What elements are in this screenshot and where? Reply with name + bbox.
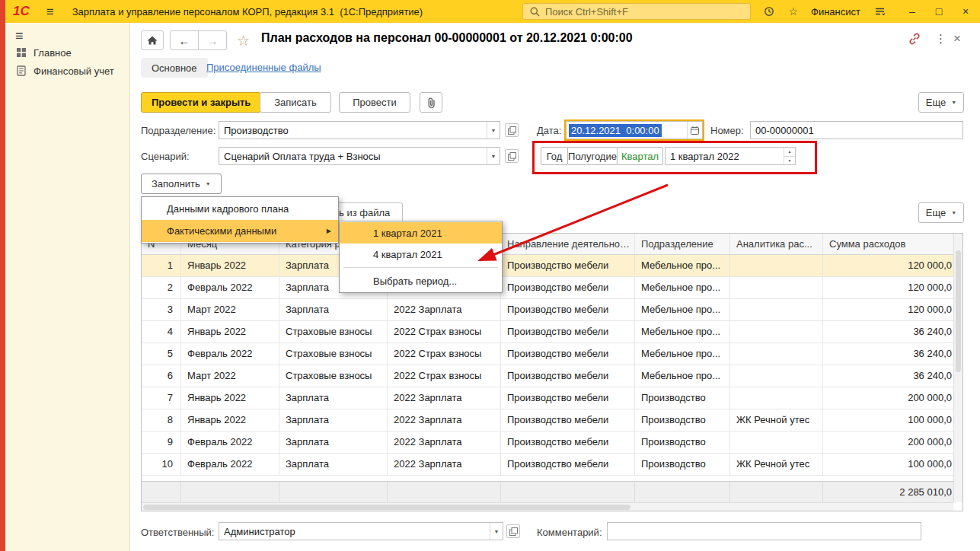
amount-cell[interactable]: 120 000,0 [823,277,955,298]
row-number-cell[interactable]: 5 [142,343,181,365]
fill-button[interactable]: Заполнить▼ [141,174,222,194]
department-cell[interactable]: Мебельное про... [635,299,730,320]
analytics-cell[interactable] [730,387,823,409]
number-input[interactable]: 00-00000001 [750,121,963,139]
category-cell[interactable]: Зарплата [279,299,388,320]
get-link-icon[interactable] [908,32,921,48]
row-number-cell[interactable]: 10 [142,454,181,475]
table-row[interactable]: 1 Январь 2022 Зарплата Производство мебе… [142,255,955,277]
menu-item-actual-data[interactable]: Фактическими данными ▶ [142,220,338,242]
department-cell[interactable]: Производство [635,409,730,431]
horizontal-scrollbar-thumb[interactable] [143,505,630,510]
analytics-cell[interactable] [730,432,823,453]
post-button[interactable]: Провести [339,92,410,113]
analytics-cell[interactable] [730,321,823,342]
period-value-input[interactable]: 1 квартал 2022 ▲ ▼ [665,147,796,165]
row-number-cell[interactable]: 7 [142,387,181,409]
service-menu-icon[interactable] [873,5,886,18]
row-number-cell[interactable]: 6 [142,365,181,387]
spin-down-icon[interactable]: ▼ [784,157,795,165]
activity-direction-cell[interactable]: Производство мебели [501,387,635,409]
expense-item-cell[interactable]: 2022 Зарплата [388,454,501,475]
table-row[interactable]: 5 Февраль 2022 Страховые взносы 2022 Стр… [142,343,955,365]
category-cell[interactable]: Зарплата [279,387,388,409]
department-cell[interactable]: Мебельное про... [635,321,730,342]
row-number-cell[interactable]: 4 [142,321,181,342]
sections-panel-menu-icon[interactable]: ≡ [15,29,24,43]
row-number-cell[interactable]: 9 [142,432,181,453]
amount-cell[interactable]: 100 000,0 [823,409,955,431]
month-cell[interactable]: Март 2022 [181,299,279,320]
header-cell[interactable]: Аналитика рас... [730,234,823,254]
vertical-scrollbar-thumb[interactable] [956,250,961,372]
amount-cell[interactable]: 36 240,0 [823,343,955,365]
scenario-dropdown-icon[interactable]: ▼ [487,148,500,164]
amount-cell[interactable]: 120 000,0 [823,255,955,276]
responsible-input[interactable]: Администратор ▼ [219,522,503,540]
amount-cell[interactable]: 36 240,0 [823,365,955,387]
responsible-dropdown-icon[interactable]: ▼ [490,523,503,540]
maximize-button[interactable]: □ [932,5,946,18]
category-cell[interactable]: Страховые взносы [279,365,388,387]
row-number-cell[interactable]: 2 [142,277,181,298]
amount-cell[interactable]: 200 000,0 [823,387,955,409]
analytics-cell[interactable]: ЖК Речной утес [730,409,823,431]
department-input[interactable]: Производство ▼ [219,121,500,139]
forward-button[interactable]: → [198,30,227,50]
window-close-button[interactable]: × [959,5,972,18]
activity-direction-cell[interactable]: Производство мебели [501,343,635,365]
activity-direction-cell[interactable]: Производство мебели [501,299,635,320]
department-dropdown-icon[interactable]: ▼ [487,122,500,139]
table-row[interactable]: 2 Февраль 2022 Зарплата Производство меб… [142,277,955,299]
activity-direction-cell[interactable]: Производство мебели [501,255,635,276]
row-number-cell[interactable]: 8 [142,409,181,431]
expense-item-cell[interactable]: 2022 Зарплата [388,409,501,431]
toolbar-more-button[interactable]: Еще▼ [918,92,964,113]
month-cell[interactable]: Февраль 2022 [181,277,279,298]
header-cell[interactable]: Направление деятельности [501,234,635,254]
activity-direction-cell[interactable]: Производство мебели [501,454,635,475]
table-row[interactable]: 8 Январь 2022 Зарплата 2022 Зарплата Про… [142,409,955,432]
category-cell[interactable]: Зарплата [279,409,388,431]
table-row[interactable]: 7 Январь 2022 Зарплата 2022 Зарплата Про… [142,387,955,409]
month-cell[interactable]: Февраль 2022 [181,432,279,453]
department-cell[interactable]: Производство [635,432,730,453]
horizontal-scrollbar[interactable] [142,502,953,511]
analytics-cell[interactable] [730,365,823,387]
month-cell[interactable]: Февраль 2022 [181,454,279,475]
activity-direction-cell[interactable]: Производство мебели [501,321,635,342]
period-quarter-button[interactable]: Квартал [617,147,663,165]
table-row[interactable]: 10 Февраль 2022 Зарплата 2022 Зарплата П… [142,454,955,476]
month-cell[interactable]: Январь 2022 [181,255,279,276]
date-input[interactable]: 20.12.2021 0:00:00 [566,121,703,139]
analytics-cell[interactable] [730,299,823,320]
department-cell[interactable]: Мебельное про... [635,365,730,387]
expense-item-cell[interactable]: 2022 Зарплата [388,387,501,409]
activity-direction-cell[interactable]: Производство мебели [501,409,635,431]
tab-main[interactable]: Основное [141,58,208,78]
vertical-scrollbar[interactable] [953,234,962,502]
activity-direction-cell[interactable]: Производство мебели [501,365,635,387]
row-number-cell[interactable]: 1 [142,255,181,276]
table-row[interactable]: 4 Январь 2022 Страховые взносы 2022 Стра… [142,321,955,343]
amount-cell[interactable]: 100 000,0 [823,454,955,475]
responsible-open-button[interactable] [506,524,520,538]
analytics-cell[interactable] [730,255,823,276]
table-row[interactable]: 3 Март 2022 Зарплата 2022 Зарплата Произ… [142,299,955,321]
period-halfyear-button[interactable]: Полугодие [567,147,618,165]
expense-item-cell[interactable]: 2022 Страх взносы [388,343,501,365]
comment-input[interactable] [607,522,921,540]
header-cell[interactable]: Сумма расходов [823,234,955,254]
amount-cell[interactable]: 200 000,0 [823,432,955,453]
amount-cell[interactable]: 36 240,0 [823,321,955,342]
favorites-star-icon[interactable]: ☆ [788,5,798,18]
row-number-cell[interactable]: 3 [142,299,181,320]
category-cell[interactable]: Страховые взносы [279,343,388,365]
current-user[interactable]: Финансист [811,6,860,18]
global-search-input[interactable]: Поиск Ctrl+Shift+F [522,3,751,20]
category-cell[interactable]: Зарплата [279,432,388,453]
attach-file-button[interactable] [420,92,442,113]
expense-item-cell[interactable]: 2022 Страх взносы [388,365,501,387]
category-cell[interactable]: Страховые взносы [279,321,388,342]
expense-item-cell[interactable]: 2022 Страх взносы [388,321,501,342]
